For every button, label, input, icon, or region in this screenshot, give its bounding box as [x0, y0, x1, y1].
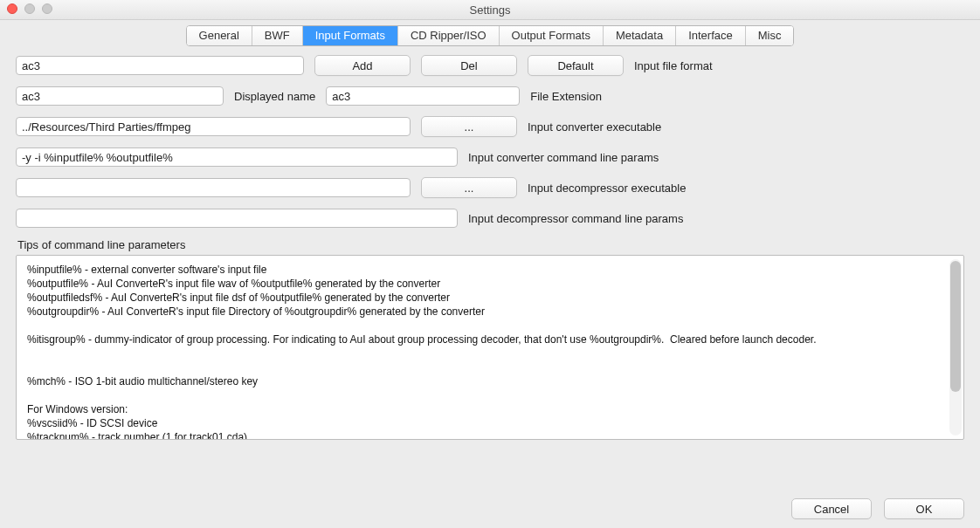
tab-segmented-control: GeneralBWFInput FormatsCD Ripper/ISOOutp…	[186, 25, 795, 46]
converter-path-value: ../Resources/Third Parties/ffmpeg	[22, 120, 190, 134]
converter-params-field[interactable]: -y -i %inputfile% %outputfile%	[16, 147, 458, 167]
tab-bwf[interactable]: BWF	[252, 26, 303, 45]
input-file-format-label: Input file format	[634, 59, 713, 72]
default-button[interactable]: Default	[528, 55, 624, 76]
dialog-footer: Cancel OK	[791, 498, 964, 519]
cancel-button[interactable]: Cancel	[791, 498, 872, 519]
tab-interface[interactable]: Interface	[676, 26, 746, 45]
zoom-icon[interactable]	[42, 3, 52, 14]
row-name-extension: ac3 Displayed name ac3 File Extension	[16, 86, 964, 106]
decompressor-params-label: Input decompressor command line params	[468, 212, 683, 225]
format-select[interactable]: ac3	[16, 56, 304, 75]
row-converter-executable: ../Resources/Third Parties/ffmpeg ... In…	[16, 116, 964, 137]
converter-browse-button[interactable]: ...	[421, 116, 517, 137]
add-button[interactable]: Add	[314, 55, 411, 76]
window-title: Settings	[470, 3, 511, 17]
content-area: ac3 Add Del Default Input file format ac…	[0, 55, 980, 440]
displayed-name-label: Displayed name	[234, 90, 315, 103]
displayed-name-value: ac3	[22, 90, 40, 103]
converter-params-label: Input converter command line params	[468, 151, 659, 164]
file-extension-label: File Extension	[530, 90, 602, 103]
displayed-name-field[interactable]: ac3	[16, 86, 224, 106]
ok-button[interactable]: OK	[884, 498, 964, 519]
tab-bar: GeneralBWFInput FormatsCD Ripper/ISOOutp…	[0, 20, 980, 55]
row-decompressor-params: Input decompressor command line params	[16, 209, 964, 228]
row-input-format: ac3 Add Del Default Input file format	[16, 55, 964, 76]
converter-path-field[interactable]: ../Resources/Third Parties/ffmpeg	[16, 117, 411, 136]
tips-text: %inputfile% - external converter softwar…	[17, 256, 963, 440]
tab-metadata[interactable]: Metadata	[604, 26, 676, 45]
del-button[interactable]: Del	[421, 55, 517, 76]
file-extension-field[interactable]: ac3	[326, 86, 520, 106]
decompressor-params-field[interactable]	[16, 209, 458, 228]
minimize-icon[interactable]	[24, 3, 35, 14]
tab-misc[interactable]: Misc	[746, 26, 794, 45]
decompressor-path-field[interactable]	[16, 178, 411, 197]
titlebar: Settings	[0, 0, 980, 20]
tips-heading: Tips of command line parameters	[17, 238, 964, 251]
close-icon[interactable]	[7, 3, 17, 14]
tab-input-formats[interactable]: Input Formats	[303, 26, 398, 45]
decompressor-browse-button[interactable]: ...	[421, 177, 517, 198]
tab-general[interactable]: General	[187, 26, 252, 45]
decompressor-executable-label: Input decompressor executable	[528, 182, 686, 195]
file-extension-value: ac3	[332, 90, 350, 103]
row-converter-params: -y -i %inputfile% %outputfile% Input con…	[16, 147, 964, 167]
row-decompressor-executable: ... Input decompressor executable	[16, 177, 964, 198]
converter-params-value: -y -i %inputfile% %outputfile%	[22, 151, 173, 164]
window-controls	[7, 3, 52, 14]
scrollbar-thumb[interactable]	[950, 261, 961, 392]
tips-box: %inputfile% - external converter softwar…	[16, 255, 964, 440]
tab-cd-ripper-iso[interactable]: CD Ripper/ISO	[398, 26, 500, 45]
converter-executable-label: Input converter executable	[528, 120, 661, 134]
format-select-value: ac3	[22, 59, 40, 72]
tab-output-formats[interactable]: Output Formats	[500, 26, 604, 45]
